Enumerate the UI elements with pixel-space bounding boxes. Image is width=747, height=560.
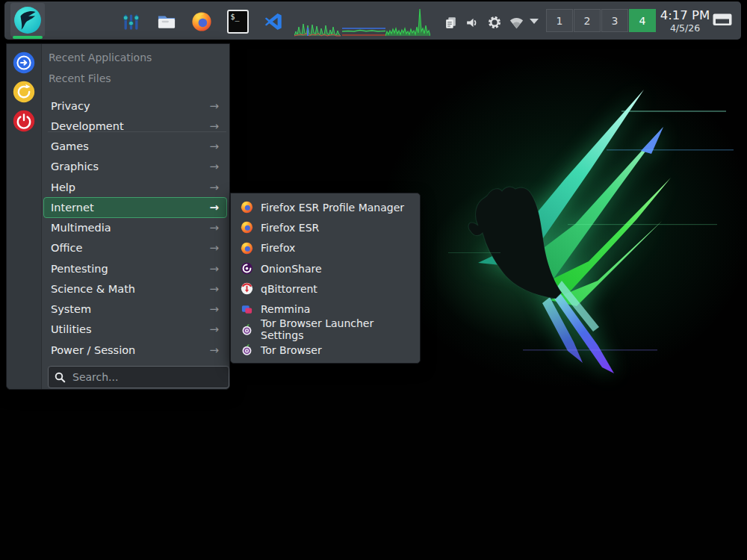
- category-label: Internet: [51, 202, 209, 214]
- vscode-launcher[interactable]: [261, 7, 286, 36]
- arrow-right-icon: →: [209, 99, 219, 113]
- tray-expand-button[interactable]: [530, 19, 539, 24]
- firefox-icon: [241, 221, 253, 234]
- clock-date: 4/5/26: [670, 22, 700, 34]
- workspace-4-button[interactable]: 4: [629, 9, 656, 32]
- remmina-icon: [241, 303, 253, 316]
- menu-category-help[interactable]: Help →: [43, 177, 227, 197]
- arrow-right-icon: →: [209, 160, 219, 173]
- session-button-strip: [7, 44, 42, 389]
- arrow-right-icon: →: [209, 221, 219, 234]
- firefox-icon: [241, 242, 253, 255]
- submenu-item-qbittorrent[interactable]: qBittorrent: [231, 279, 420, 299]
- workspace-label: 3: [612, 15, 619, 27]
- network-tray[interactable]: [509, 15, 524, 31]
- workspace-label: 4: [639, 15, 646, 27]
- firefox-icon: [191, 11, 212, 32]
- workspace-2-button[interactable]: 2: [574, 9, 601, 32]
- submenu-item-tor-browser-launcher-settings[interactable]: Tor Browser Launcher Settings: [231, 320, 420, 340]
- search-input[interactable]: [71, 370, 223, 384]
- tor-browser-icon: [241, 323, 253, 336]
- speaker-icon: [465, 15, 480, 31]
- file-manager-launcher[interactable]: [154, 7, 179, 36]
- monitor-icon: [713, 13, 732, 27]
- arrow-right-icon: →: [209, 241, 219, 255]
- clipboard-manager-tray[interactable]: [443, 15, 459, 31]
- arrow-right-icon: →: [209, 323, 219, 336]
- clipboard-icon: [443, 15, 459, 31]
- applications-menu: Recent Applications Recent Files Privacy…: [6, 43, 230, 390]
- network-graph[interactable]: [342, 21, 385, 37]
- menu-category-internet[interactable]: Internet →: [43, 197, 227, 217]
- submenu-item-label: Firefox: [261, 242, 295, 254]
- settings-tray[interactable]: [487, 15, 502, 30]
- restart-button[interactable]: [13, 81, 35, 103]
- submenu-item-firefox-esr-profile-manager[interactable]: Firefox ESR Profile Manager: [231, 197, 420, 217]
- submenu-item-firefox[interactable]: Firefox: [231, 238, 420, 258]
- menu-category-multimedia[interactable]: Multimedia →: [43, 218, 227, 238]
- recent-files-item[interactable]: Recent Files: [49, 72, 111, 84]
- workspace-label: 2: [584, 15, 591, 27]
- submenu-item-label: Tor Browser Launcher Settings: [261, 317, 412, 341]
- show-desktop-button[interactable]: [713, 13, 732, 27]
- arrow-right-icon: →: [209, 181, 219, 194]
- shutdown-button[interactable]: [13, 110, 35, 132]
- menu-category-power-session[interactable]: Power / Session →: [43, 340, 227, 360]
- submenu-item-firefox-esr[interactable]: Firefox ESR: [231, 217, 420, 237]
- submenu-item-label: Tor Browser: [261, 344, 322, 356]
- recent-applications-item[interactable]: Recent Applications: [49, 52, 152, 63]
- menu-category-privacy[interactable]: Privacy →: [43, 96, 227, 116]
- category-label: Office: [51, 242, 209, 254]
- clock-time: 4:17 PM: [660, 8, 710, 22]
- chevron-down-icon: [530, 19, 539, 24]
- submenu-item-label: OnionShare: [261, 263, 322, 275]
- submenu-item-tor-browser[interactable]: Tor Browser: [231, 340, 420, 360]
- firefox-launcher[interactable]: [189, 7, 214, 36]
- menu-category-office[interactable]: Office →: [43, 238, 227, 258]
- disk-graph[interactable]: [385, 6, 430, 37]
- cpu-graph[interactable]: [294, 16, 341, 37]
- menu-category-utilities[interactable]: Utilities →: [43, 320, 227, 340]
- vscode-icon: [263, 11, 284, 32]
- terminal-icon: $_: [227, 10, 249, 34]
- menu-category-pentesting[interactable]: Pentesting →: [43, 258, 227, 279]
- workspace-label: 1: [557, 15, 563, 27]
- menu-category-development[interactable]: Development →: [43, 116, 227, 136]
- menu-category-graphics[interactable]: Graphics →: [43, 157, 227, 177]
- onionshare-icon: [241, 262, 253, 275]
- logout-button[interactable]: [13, 52, 35, 74]
- clock[interactable]: 4:17 PM 4/5/26: [659, 6, 711, 36]
- submenu-item-label: Remmina: [261, 303, 310, 315]
- menu-category-system[interactable]: System →: [43, 299, 227, 320]
- parrot-logo-icon: [13, 6, 42, 34]
- internet-submenu: Firefox ESR Profile Manager Firefox ESR …: [230, 193, 421, 364]
- category-list: Privacy → Development → Games → Graphics…: [43, 96, 227, 360]
- qbittorrent-icon: [241, 282, 253, 295]
- tor-browser-icon: [241, 343, 253, 356]
- submenu-item-onionshare[interactable]: OnionShare: [231, 258, 420, 279]
- applications-menu-button[interactable]: [10, 3, 45, 37]
- volume-tray[interactable]: [465, 15, 480, 31]
- arrow-right-icon: →: [209, 140, 219, 153]
- search-box: [48, 366, 229, 388]
- folder-icon: [156, 11, 177, 32]
- arrow-right-icon: →: [209, 282, 219, 296]
- terminal-launcher[interactable]: $_: [225, 7, 250, 36]
- submenu-item-remmina[interactable]: Remmina: [231, 299, 420, 319]
- settings-manager-launcher[interactable]: [118, 7, 143, 36]
- wifi-icon: [509, 15, 524, 31]
- menu-category-games[interactable]: Games →: [43, 137, 227, 157]
- menu-category-science-math[interactable]: Science & Math →: [43, 279, 227, 299]
- workspace-3-button[interactable]: 3: [601, 9, 628, 32]
- category-label: System: [51, 303, 209, 315]
- category-label: Science & Math: [51, 283, 209, 295]
- arrow-right-icon: →: [209, 201, 219, 214]
- category-label: Help: [51, 181, 209, 193]
- gear-icon: [487, 15, 502, 30]
- top-panel: $_ 1 2 3 4: [4, 1, 741, 40]
- submenu-item-label: Firefox ESR: [261, 222, 319, 234]
- arrow-right-icon: →: [209, 343, 219, 357]
- submenu-item-label: Firefox ESR Profile Manager: [261, 202, 404, 214]
- workspace-1-button[interactable]: 1: [546, 9, 573, 32]
- search-icon: [55, 372, 66, 383]
